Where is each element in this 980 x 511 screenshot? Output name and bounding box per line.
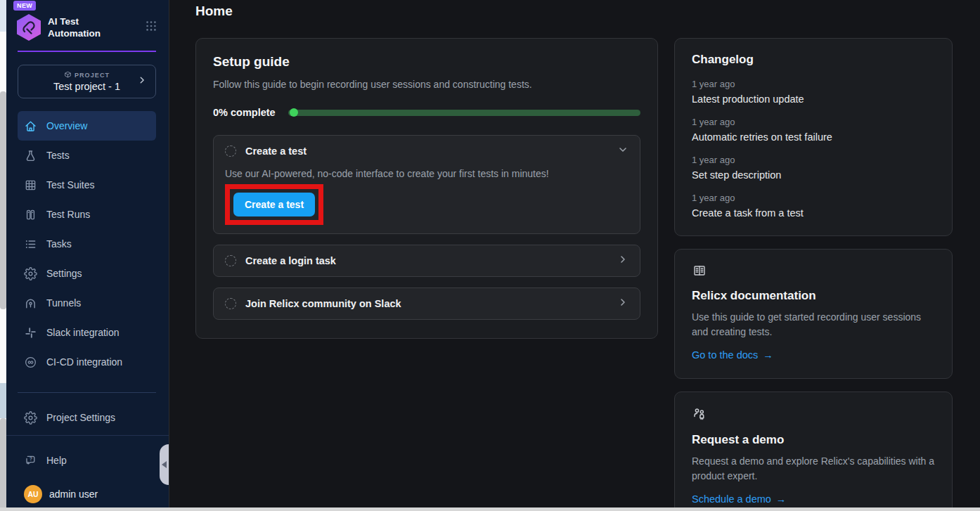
app-window: NEW AI Test Automation: [0, 0, 980, 511]
step-header[interactable]: Create a login task: [214, 245, 640, 276]
chevron-left-icon: [162, 461, 167, 468]
columns-icon: [24, 208, 37, 221]
sidebar-item-label: Test Suites: [46, 179, 94, 190]
edge-segment: [0, 0, 6, 32]
scrollbar-thumb[interactable]: [0, 91, 6, 309]
gear-icon: [24, 411, 37, 425]
sidebar-item-label: Overview: [46, 120, 87, 131]
slack-icon: [24, 326, 37, 339]
setup-guide-description: Follow this guide to begin recording use…: [213, 79, 640, 90]
edge-segment: [0, 383, 6, 418]
home-icon: [24, 119, 37, 133]
go-to-docs-link[interactable]: Go to the docs →: [692, 349, 773, 361]
app-title: AI Test Automation: [48, 15, 101, 39]
sidebar-item-label: CI-CD integration: [46, 356, 122, 368]
project-name: Test project - 1: [53, 81, 120, 92]
flask-icon: [24, 149, 37, 162]
sidebar-item-tunnels[interactable]: Tunnels: [18, 288, 156, 318]
sidebar-item-cicd-integration[interactable]: CI-CD integration: [18, 347, 156, 377]
step-join-slack-community: Join Relicx community on Slack: [213, 287, 640, 320]
app-title-line2: Automation: [48, 27, 101, 39]
progress-row: 0% complete: [213, 107, 640, 118]
main-content: Home Setup guide Follow this guide to be…: [169, 0, 980, 511]
sidebar-nav: Overview Tests Test Suites Test Runs: [6, 111, 169, 377]
sidebar-item-label: Slack integration: [46, 327, 120, 338]
page-title: Home: [195, 4, 953, 19]
sidebar-item-overview[interactable]: Overview: [18, 111, 156, 141]
setup-steps: Create a test Use our AI-powered, no-cod…: [213, 135, 640, 320]
sidebar-item-help[interactable]: ? Help: [18, 446, 156, 475]
schedule-demo-link[interactable]: Schedule a demo →: [692, 493, 786, 505]
scrollbar-thumb[interactable]: [0, 418, 6, 511]
changelog-entry[interactable]: 1 year ago Latest production update: [692, 79, 935, 105]
sidebar: NEW AI Test Automation: [6, 0, 169, 511]
sidebar-item-label: Test Runs: [46, 209, 90, 220]
request-demo-title: Request a demo: [692, 433, 935, 447]
changelog-time: 1 year ago: [692, 193, 935, 203]
project-label: PROJECT: [75, 72, 110, 79]
avatar: AU: [24, 485, 42, 503]
documentation-description: Use this guide to get started recording …: [692, 310, 935, 339]
project-selector[interactable]: PROJECT Test project - 1: [18, 65, 156, 98]
step-description: Use our AI-powered, no-code interface to…: [225, 168, 628, 179]
changelog-entry-title: Automatic retries on test failure: [692, 131, 935, 143]
changelog-entry[interactable]: 1 year ago Automatic retries on test fai…: [692, 117, 935, 143]
sidebar-item-test-suites[interactable]: Test Suites: [18, 170, 156, 200]
arrow-right-icon: →: [763, 349, 773, 361]
chevron-down-icon: [617, 144, 628, 158]
link-label: Schedule a demo: [692, 493, 771, 505]
sidebar-footer: ? Help AU admin user: [6, 435, 169, 511]
cube-icon: [64, 71, 72, 79]
sidebar-item-label: Tests: [46, 150, 70, 161]
changelog-entry[interactable]: 1 year ago Create a task from a test: [692, 193, 935, 219]
content-columns: Setup guide Follow this guide to begin r…: [195, 38, 953, 511]
apps-grid-icon[interactable]: [145, 20, 157, 35]
chevron-right-icon: [617, 254, 628, 268]
request-demo-card: Request a demo Request a demo and explor…: [674, 392, 953, 511]
app-title-line1: AI Test: [48, 15, 101, 27]
changelog-entry-title: Set step description: [692, 169, 935, 181]
setup-guide-card: Setup guide Follow this guide to begin r…: [195, 38, 658, 339]
pending-step-icon: [225, 145, 236, 157]
new-badge: NEW: [13, 1, 36, 11]
app-logo-icon: [15, 13, 43, 42]
sidebar-item-tests[interactable]: Tests: [18, 141, 156, 170]
user-name: admin user: [49, 489, 98, 500]
sidebar-item-settings[interactable]: Settings: [18, 259, 156, 288]
changelog-entry[interactable]: 1 year ago Set step description: [692, 155, 935, 181]
book-icon: [692, 268, 707, 280]
sidebar-item-slack-integration[interactable]: Slack integration: [18, 318, 156, 347]
sidebar-item-project-settings[interactable]: Project Settings: [18, 403, 156, 432]
progress-bar: [288, 110, 640, 116]
step-header[interactable]: Join Relicx community on Slack: [214, 288, 640, 319]
sidebar-item-label: Settings: [46, 268, 82, 279]
people-icon: [692, 412, 707, 424]
step-title: Create a test: [245, 145, 617, 157]
annotation-highlight: Create a test: [225, 184, 323, 225]
brand-divider: [18, 51, 156, 52]
sidebar-item-tasks[interactable]: Tasks: [18, 229, 156, 259]
pending-step-icon: [225, 255, 236, 266]
link-label: Go to the docs: [692, 349, 758, 361]
background-window-bottom-edge: [0, 507, 980, 511]
changelog-time: 1 year ago: [692, 155, 935, 165]
create-a-test-button[interactable]: Create a test: [233, 193, 315, 216]
sidebar-item-label: Tunnels: [46, 297, 81, 309]
step-header[interactable]: Create a test: [214, 136, 640, 167]
user-menu[interactable]: AU admin user: [18, 485, 157, 503]
svg-text:?: ?: [30, 456, 32, 462]
changelog-entry-title: Latest production update: [692, 93, 935, 105]
progress-dot: [290, 108, 298, 117]
changelog-time: 1 year ago: [692, 117, 935, 127]
sidebar-item-label: Project Settings: [46, 412, 115, 423]
step-create-a-test: Create a test Use our AI-powered, no-cod…: [213, 135, 640, 234]
sidebar-divider: [18, 392, 156, 393]
chevron-right-icon: [137, 75, 147, 88]
progress-label: 0% complete: [213, 107, 276, 118]
step-create-a-login-task: Create a login task: [213, 245, 640, 277]
sidebar-collapse-handle[interactable]: [160, 444, 169, 485]
documentation-title: Relicx documentation: [692, 289, 935, 303]
documentation-card: Relicx documentation Use this guide to g…: [674, 249, 953, 379]
sidebar-item-test-runs[interactable]: Test Runs: [18, 200, 156, 229]
project-label-row: PROJECT: [64, 71, 110, 79]
